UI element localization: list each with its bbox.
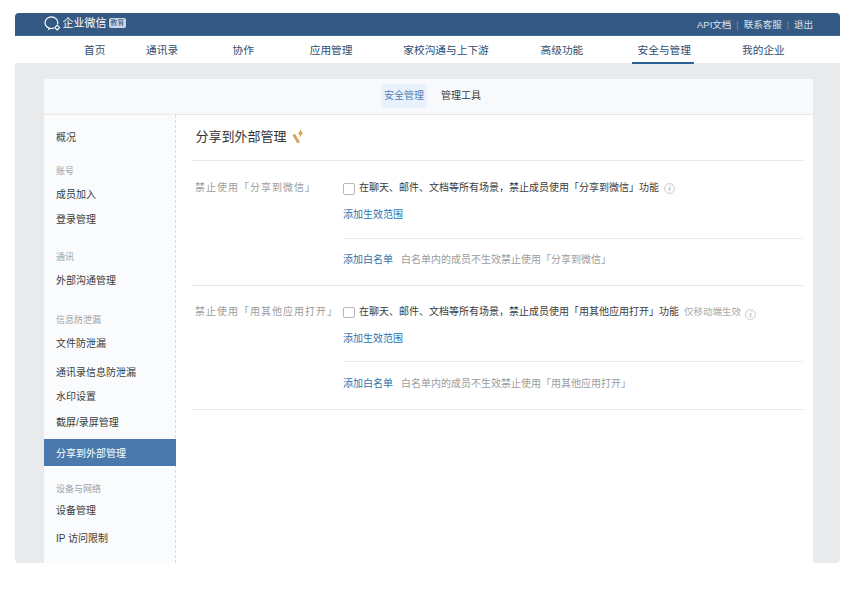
svg-text:i: i	[749, 310, 751, 319]
svg-text:i: i	[668, 184, 670, 193]
